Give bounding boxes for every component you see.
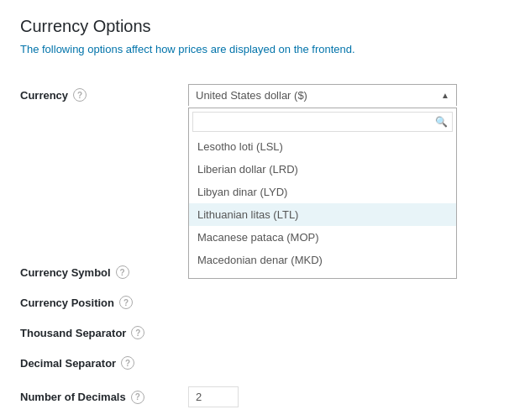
chevron-up-icon: ▲ [441, 91, 449, 100]
thousand-separator-label-cell: Thousand Separator ? [20, 318, 188, 348]
decimal-separator-row: Decimal Separator ? [20, 348, 505, 378]
list-item[interactable]: Lesotho loti (LSL) [189, 135, 456, 158]
list-item[interactable]: Malagasy ariary (MGA) [189, 271, 456, 278]
decimal-separator-help-icon[interactable]: ? [121, 356, 134, 370]
decimal-separator-field-cell [188, 348, 505, 378]
page-wrapper: Currency Options The following options a… [0, 0, 525, 420]
thousand-separator-field-cell [188, 318, 505, 348]
page-title: Currency Options [20, 17, 505, 36]
list-item[interactable]: Liberian dollar (LRD) [189, 158, 456, 181]
currency-row: Currency ? United States dollar ($) ▲ [20, 76, 505, 114]
currency-help-icon[interactable]: ? [73, 88, 87, 102]
currency-symbol-label-cell: Currency Symbol ? [20, 114, 188, 287]
currency-dropdown-wrapper: United States dollar ($) ▲ 🔍 Lesotho lot… [188, 84, 457, 106]
list-item[interactable]: Macedonian denar (MKD) [189, 249, 456, 271]
currency-search-input[interactable] [192, 112, 453, 132]
dropdown-search-container: 🔍 [189, 108, 456, 135]
number-of-decimals-input[interactable] [188, 386, 239, 407]
currency-dropdown-panel: 🔍 Lesotho loti (LSL) Liberian dollar (LR… [188, 108, 457, 279]
list-item[interactable]: Lithuanian litas (LTL) [189, 203, 456, 226]
currency-dropdown-list[interactable]: Lesotho loti (LSL) Liberian dollar (LRD)… [189, 135, 456, 278]
currency-field-cell: United States dollar ($) ▲ 🔍 Lesotho lot… [188, 76, 505, 114]
form-table: Currency ? United States dollar ($) ▲ [20, 76, 505, 416]
number-of-decimals-help-icon[interactable]: ? [131, 391, 144, 404]
currency-symbol-help-icon[interactable]: ? [116, 265, 129, 279]
list-item[interactable]: Libyan dinar (LYD) [189, 181, 456, 203]
number-of-decimals-row: Number of Decimals ? [20, 378, 505, 416]
currency-selected-value: United States dollar ($) [196, 89, 307, 102]
currency-position-label-cell: Currency Position ? [20, 287, 188, 318]
currency-label: Currency [20, 89, 68, 102]
number-of-decimals-label-cell: Number of Decimals ? [20, 378, 188, 416]
page-description: The following options affect how prices … [20, 43, 505, 55]
decimal-separator-label: Decimal Separator [20, 357, 116, 370]
currency-position-row: Currency Position ? [20, 287, 505, 318]
decimal-separator-label-cell: Decimal Separator ? [20, 348, 188, 378]
currency-select-button[interactable]: United States dollar ($) ▲ [188, 84, 457, 106]
thousand-separator-label: Thousand Separator [20, 327, 126, 339]
thousand-separator-help-icon[interactable]: ? [131, 326, 144, 339]
currency-position-help-icon[interactable]: ? [119, 296, 133, 309]
currency-label-cell: Currency ? [20, 76, 188, 114]
list-item[interactable]: Macanese pataca (MOP) [189, 226, 456, 249]
number-of-decimals-field-cell [188, 378, 505, 416]
currency-position-label: Currency Position [20, 297, 114, 309]
number-of-decimals-label: Number of Decimals [20, 391, 126, 403]
currency-position-field-cell [188, 287, 505, 318]
currency-symbol-label: Currency Symbol [20, 266, 111, 279]
thousand-separator-row: Thousand Separator ? [20, 318, 505, 348]
